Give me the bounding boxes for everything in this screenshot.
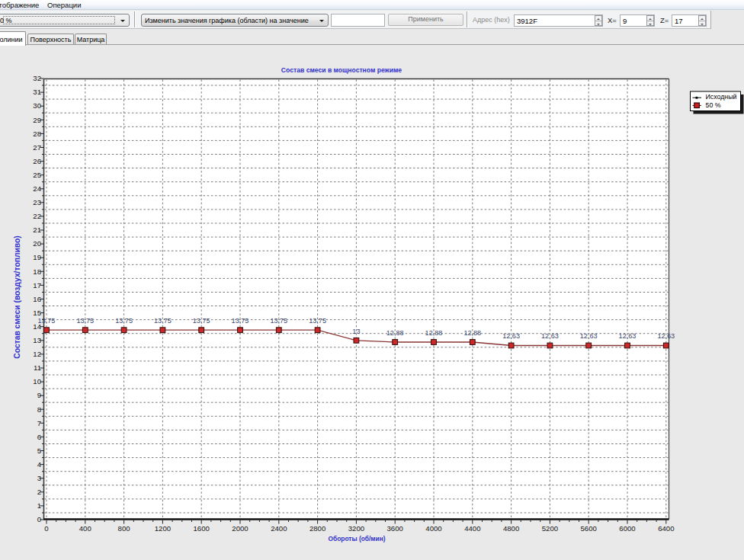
svg-text:11: 11 <box>34 363 41 372</box>
svg-text:4: 4 <box>37 460 42 469</box>
svg-text:13: 13 <box>352 328 360 335</box>
svg-text:4800: 4800 <box>503 524 519 533</box>
svg-text:27: 27 <box>33 143 41 152</box>
svg-text:1: 1 <box>37 501 41 510</box>
svg-text:0: 0 <box>37 515 41 523</box>
svg-text:6400: 6400 <box>658 524 674 533</box>
svg-text:5200: 5200 <box>542 524 558 533</box>
svg-text:6000: 6000 <box>619 524 635 533</box>
svg-text:2000: 2000 <box>232 524 248 533</box>
svg-text:400: 400 <box>79 524 91 533</box>
svg-text:13,75: 13,75 <box>38 317 56 325</box>
svg-text:4000: 4000 <box>425 524 441 533</box>
svg-text:16: 16 <box>33 295 41 303</box>
svg-text:19: 19 <box>33 253 41 261</box>
svg-text:Состав смеси в мощностном режи: Состав смеси в мощностном режиме <box>281 66 402 74</box>
svg-text:8: 8 <box>37 405 41 414</box>
svg-text:13,75: 13,75 <box>115 317 133 325</box>
svg-text:9: 9 <box>37 391 41 399</box>
svg-text:2800: 2800 <box>309 524 326 533</box>
svg-text:5: 5 <box>37 446 41 455</box>
svg-text:12,63: 12,63 <box>619 332 637 340</box>
svg-text:1200: 1200 <box>155 524 171 533</box>
svg-text:13,75: 13,75 <box>193 317 210 325</box>
svg-text:Исходный: Исходный <box>706 93 737 101</box>
svg-text:12,63: 12,63 <box>541 332 559 340</box>
svg-text:21: 21 <box>33 226 41 234</box>
svg-text:26: 26 <box>33 157 41 165</box>
svg-text:Состав смеси (воздух/топливо): Состав смеси (воздух/топливо) <box>13 235 21 358</box>
svg-text:24: 24 <box>33 184 41 193</box>
svg-text:28: 28 <box>33 130 41 138</box>
svg-text:7: 7 <box>37 419 41 427</box>
svg-text:3600: 3600 <box>387 524 403 533</box>
svg-text:2400: 2400 <box>271 524 287 533</box>
svg-text:800: 800 <box>118 524 130 533</box>
svg-text:29: 29 <box>33 116 41 124</box>
svg-text:32: 32 <box>33 74 41 82</box>
svg-text:12,63: 12,63 <box>580 332 598 340</box>
svg-text:22: 22 <box>33 212 41 220</box>
svg-text:13,75: 13,75 <box>76 317 94 325</box>
svg-text:25: 25 <box>33 171 41 179</box>
svg-text:6: 6 <box>37 433 41 441</box>
svg-text:13,75: 13,75 <box>154 317 172 325</box>
svg-text:4400: 4400 <box>464 524 480 533</box>
svg-text:17: 17 <box>33 281 41 290</box>
svg-text:23: 23 <box>33 198 41 206</box>
svg-text:15: 15 <box>33 309 41 317</box>
svg-text:5600: 5600 <box>581 524 597 533</box>
svg-text:12,63: 12,63 <box>502 332 520 340</box>
svg-text:1600: 1600 <box>194 524 210 533</box>
svg-text:13,75: 13,75 <box>232 317 249 325</box>
svg-text:20: 20 <box>33 239 41 248</box>
svg-text:30: 30 <box>33 101 41 110</box>
svg-text:18: 18 <box>33 267 41 276</box>
svg-text:0: 0 <box>44 524 48 533</box>
svg-text:12,63: 12,63 <box>657 332 675 340</box>
svg-text:50 %: 50 % <box>706 101 721 109</box>
svg-text:13: 13 <box>33 336 41 344</box>
svg-text:12,88: 12,88 <box>386 329 404 337</box>
svg-text:10: 10 <box>33 377 41 386</box>
svg-text:13,75: 13,75 <box>270 317 287 325</box>
svg-text:2: 2 <box>37 488 41 496</box>
svg-text:12,88: 12,88 <box>463 329 481 337</box>
svg-text:Обороты (об/мин): Обороты (об/мин) <box>328 535 385 542</box>
svg-text:13,75: 13,75 <box>309 317 326 325</box>
svg-text:12: 12 <box>33 350 41 358</box>
svg-text:12,88: 12,88 <box>425 329 443 337</box>
svg-text:3200: 3200 <box>348 524 364 533</box>
svg-text:3: 3 <box>37 474 41 482</box>
svg-text:31: 31 <box>33 88 41 96</box>
